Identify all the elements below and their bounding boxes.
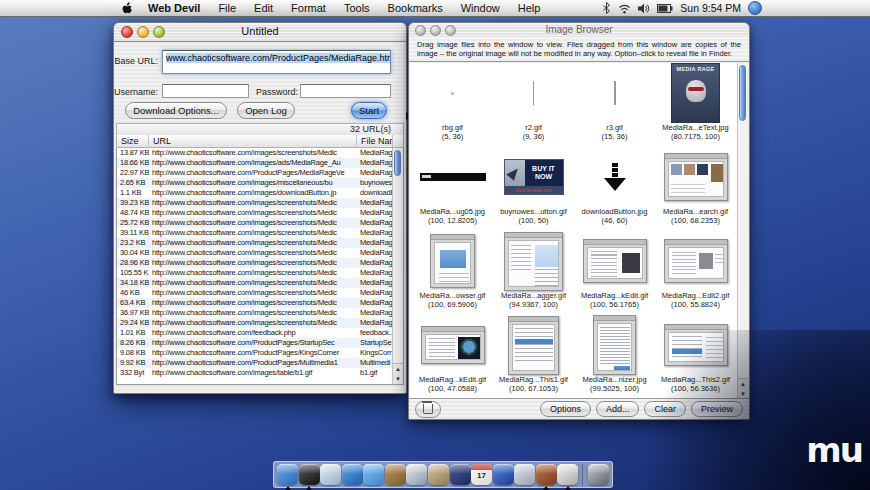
thumbnail-item[interactable]: BUY IT NOWesellerate.netbuynowes...utton… <box>493 147 574 231</box>
table-row[interactable]: 1.01 KBhttp://www.chaoticsoftware.com/fe… <box>117 328 393 338</box>
table-row[interactable]: 13.87 KBhttp://www.chaoticsoftware.com/i… <box>117 148 393 158</box>
cell-filename: MediaRage <box>357 308 393 318</box>
thumbnail-item[interactable]: MediaRa...nizer.jpg(99.5025, 100) <box>574 315 655 399</box>
thumbnail-image <box>574 231 655 291</box>
thumbnail-name: MediaRa...agger.gif <box>501 291 566 300</box>
scrollbar-thumb[interactable] <box>739 65 746 121</box>
ichat-dock-icon[interactable] <box>363 463 385 487</box>
cell-filename: MediaRage <box>357 258 393 268</box>
thumbnail-item[interactable]: MediaRag...This1.gif(100, 67.1053) <box>493 315 574 399</box>
table-row[interactable]: 36.97 KBhttp://www.chaoticsoftware.com/i… <box>117 308 393 318</box>
preview-button[interactable]: Preview <box>691 401 743 417</box>
table-row[interactable]: 48.74 KBhttp://www.chaoticsoftware.com/i… <box>117 208 393 218</box>
table-row[interactable]: 25.72 KBhttp://www.chaoticsoftware.com/i… <box>117 218 393 228</box>
add-button[interactable]: Add... <box>596 401 640 417</box>
thumbnail-item[interactable]: MediaRag...kEdit.gif(100, 47.0588) <box>412 315 493 399</box>
menu-item-window[interactable]: Window <box>452 0 509 16</box>
bluetooth-icon[interactable] <box>602 2 611 14</box>
menu-clock[interactable]: Sun 9:54 PM <box>680 2 741 14</box>
table-row[interactable]: 332 Bythttp://www.chaoticsoftware.com/im… <box>117 368 393 378</box>
table-row[interactable]: 28.96 KBhttp://www.chaoticsoftware.com/i… <box>117 258 393 268</box>
thumbnail-item[interactable]: MediaRa...ug05.jpg(100, 12.8205) <box>412 147 493 231</box>
cell-url: http://www.chaoticsoftware.com/images/sc… <box>149 258 357 268</box>
menu-item-bookmarks[interactable]: Bookmarks <box>379 0 452 16</box>
options-button[interactable]: Options <box>540 401 591 417</box>
base-url-input[interactable]: www.chaoticsoftware.com/ProductPages/Med… <box>162 50 391 74</box>
table-row[interactable]: 39.23 KBhttp://www.chaoticsoftware.com/i… <box>117 198 393 208</box>
thumbnail-item[interactable]: MediaRa...agger.gif(94.9367, 100) <box>493 231 574 315</box>
ical-dock-icon[interactable]: 17 <box>471 463 493 487</box>
column-header-size[interactable]: Size <box>117 135 149 147</box>
thumbnail-item[interactable]: r2.gif(9, 36) <box>493 63 574 147</box>
scroll-down-arrow[interactable]: ▼ <box>393 374 403 384</box>
thumbnail-item[interactable]: MediaRag...Edit2.gif(100, 55.8824) <box>655 231 736 315</box>
scroll-up-arrow[interactable]: ▲ <box>738 379 748 389</box>
thumbnail-name: rbg.gif <box>442 123 463 132</box>
table-row[interactable]: 23.2 KBhttp://www.chaoticsoftware.com/im… <box>117 238 393 248</box>
imovie-dock-icon[interactable] <box>449 463 471 487</box>
table-row[interactable]: 8.26 KBhttp://www.chaoticsoftware.com/Pr… <box>117 338 393 348</box>
thumbnail-item[interactable]: MediaRag...This2.gif(100, 56.3636) <box>655 315 736 399</box>
safari-dock-icon[interactable] <box>342 463 364 487</box>
table-row[interactable]: 1.1 KBhttp://www.chaoticsoftware.com/ima… <box>117 188 393 198</box>
download-options-button[interactable]: Download Options... <box>125 102 227 119</box>
volume-icon[interactable] <box>638 3 650 14</box>
menu-item-file[interactable]: File <box>209 0 245 16</box>
table-row[interactable]: 18.66 KBhttp://www.chaoticsoftware.com/i… <box>117 158 393 168</box>
start-button[interactable]: Start <box>351 102 387 119</box>
menu-item-format[interactable]: Format <box>282 0 335 16</box>
thumbnail-item[interactable]: downloadButton.jpg(46, 60) <box>574 147 655 231</box>
apple-menu-icon[interactable] <box>116 2 139 15</box>
battery-icon[interactable] <box>657 4 673 13</box>
finder-dock-icon[interactable] <box>277 463 299 487</box>
scrollbar-thumb[interactable] <box>394 150 401 176</box>
address-book-dock-icon[interactable] <box>385 463 407 487</box>
menu-item-edit[interactable]: Edit <box>245 0 282 16</box>
thumbnail-item[interactable]: r3.gif(15, 36) <box>574 63 655 147</box>
table-row[interactable]: 2.65 KBhttp://www.chaoticsoftware.com/im… <box>117 178 393 188</box>
mail-dock-icon[interactable] <box>320 463 342 487</box>
column-header-url[interactable]: URL <box>149 135 357 147</box>
column-header-file-name[interactable]: File Name <box>357 135 393 147</box>
table-row[interactable]: 29.24 KBhttp://www.chaoticsoftware.com/i… <box>117 318 393 328</box>
system-preferences-dock-icon[interactable] <box>514 463 536 487</box>
trash-button[interactable] <box>415 401 441 418</box>
user-switch-icon[interactable] <box>748 1 762 15</box>
quicktime-dock-icon[interactable] <box>299 463 321 487</box>
thumbnail-item[interactable]: rbg.gif(5, 36) <box>412 63 493 147</box>
table-row[interactable]: 9.92 KBhttp://www.chaoticsoftware.com/Pr… <box>117 358 393 368</box>
wifi-icon[interactable] <box>618 3 631 14</box>
image-browser-titlebar[interactable]: Image Browser <box>409 23 749 38</box>
textedit-dock-icon[interactable] <box>557 463 579 487</box>
clear-button[interactable]: Clear <box>644 401 686 417</box>
menu-item-tools[interactable]: Tools <box>335 0 379 16</box>
sherlock-dock-icon[interactable] <box>492 463 514 487</box>
menu-item-help[interactable]: Help <box>509 0 550 16</box>
password-input[interactable] <box>300 84 391 98</box>
thumbnail-item[interactable]: MediaRag...kEdit.gif(100, 56.1765) <box>574 231 655 315</box>
table-row[interactable]: 46 KBhttp://www.chaoticsoftware.com/imag… <box>117 288 393 298</box>
table-row[interactable]: 105.55 Khttp://www.chaoticsoftware.com/i… <box>117 268 393 278</box>
table-row[interactable]: 34.18 KBhttp://www.chaoticsoftware.com/i… <box>117 278 393 288</box>
toast-dock-icon[interactable] <box>535 463 557 487</box>
thumbnail-name: MediaRa...nizer.jpg <box>582 375 646 384</box>
table-row[interactable]: 39.11 KBhttp://www.chaoticsoftware.com/i… <box>117 228 393 238</box>
table-row[interactable]: 9.08 KBhttp://www.chaoticsoftware.com/Pr… <box>117 348 393 358</box>
itunes-dock-icon[interactable] <box>406 463 428 487</box>
browser-scrollbar[interactable]: ▲ ▼ <box>737 63 748 399</box>
open-log-button[interactable]: Open Log <box>237 102 295 119</box>
username-input[interactable] <box>162 84 249 98</box>
untitled-titlebar[interactable]: Untitled <box>114 23 406 42</box>
iphoto-dock-icon[interactable] <box>428 463 450 487</box>
thumbnail-item[interactable]: MediaRa...earch.gif(100, 68.2353) <box>655 147 736 231</box>
table-row[interactable]: 30.04 KBhttp://www.chaoticsoftware.com/i… <box>117 248 393 258</box>
scroll-up-arrow[interactable]: ▲ <box>393 364 403 374</box>
url-list-scrollbar[interactable]: ▲ ▼ <box>392 148 403 384</box>
table-row[interactable]: 63.4 KBhttp://www.chaoticsoftware.com/im… <box>117 298 393 308</box>
menu-item-web-devil[interactable]: Web Devil <box>139 0 209 16</box>
cell-url: http://www.chaoticsoftware.com/images/sc… <box>149 148 357 158</box>
thumbnail-item[interactable]: MEDIA RAGEMediaRa...eText.jpg(80.7175, 1… <box>655 63 736 147</box>
table-row[interactable]: 22.97 KBhttp://www.chaoticsoftware.com/P… <box>117 168 393 178</box>
trash-dock-icon[interactable] <box>587 463 609 487</box>
thumbnail-item[interactable]: MediaRa...owser.gif(100, 69.5906) <box>412 231 493 315</box>
